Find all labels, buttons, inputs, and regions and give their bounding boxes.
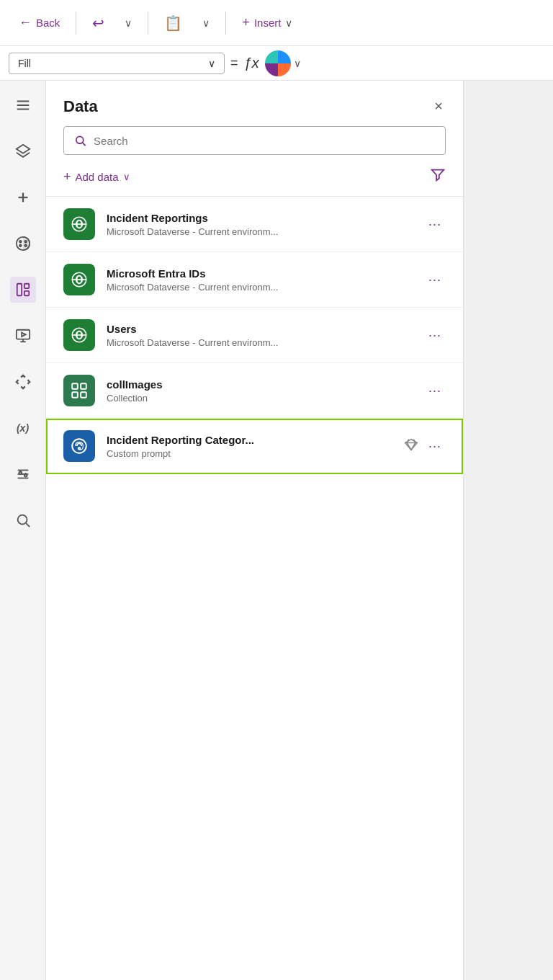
sidebar-item-media[interactable] [10,323,36,349]
svg-rect-39 [72,383,78,389]
divider-2 [148,12,148,35]
item-info-collimages: collImages Collection [107,378,413,404]
item-icon-users [63,319,95,351]
panel-title: Data [63,97,98,116]
undo-button[interactable]: ↩ [85,10,112,36]
back-button[interactable]: ← Back [12,11,67,35]
item-icon-custom-prompt [63,430,95,462]
list-item[interactable]: Microsoft Entra IDs Microsoft Dataverse … [46,252,463,308]
sidebar-item-automate[interactable] [10,369,36,395]
svg-point-23 [24,474,27,477]
add-data-label: Add data [76,171,119,183]
fx-label: ƒx [244,55,259,71]
svg-rect-14 [16,330,29,339]
data-panel: Data × + Add data ∨ [46,81,464,980]
item-actions: ··· [424,326,446,344]
svg-point-10 [24,244,27,246]
svg-rect-11 [17,284,21,296]
variables-icon: (x) [17,422,29,434]
search-icon [74,134,86,147]
sidebar-item-layers[interactable] [10,138,36,164]
sidebar-item-add[interactable] [10,184,36,210]
toolbar: ← Back ↩ ∨ 📋 ∨ + Insert ∨ [0,0,553,46]
list-item[interactable]: Users Microsoft Dataverse - Current envi… [46,308,463,363]
item-subtitle: Microsoft Dataverse - Current environm..… [107,282,413,293]
canvas-area [464,81,553,980]
more-options-button[interactable]: ··· [424,215,446,233]
divider-1 [76,12,76,35]
svg-point-43 [72,439,86,453]
item-icon-incident-reportings [63,208,95,240]
item-subtitle: Microsoft Dataverse - Current environm..… [107,337,413,348]
chevron-down-icon-2: ∨ [202,17,210,29]
sidebar-item-search[interactable] [10,507,36,533]
add-data-button[interactable]: + Add data ∨ [63,166,130,187]
fill-dropdown[interactable]: Fill ∨ [9,53,225,74]
logo-chevron-icon: ∨ [294,58,301,69]
sidebar-item-theme[interactable] [10,231,36,257]
item-icon-entra [63,264,95,295]
back-label: Back [36,17,60,29]
insert-chevron-icon: ∨ [285,17,292,29]
item-info-entra: Microsoft Entra IDs Microsoft Dataverse … [107,267,413,293]
filter-icon[interactable] [430,167,446,187]
svg-marker-29 [432,170,444,181]
svg-line-28 [83,143,86,146]
item-name: Incident Reportings [107,212,413,224]
back-arrow-icon: ← [19,15,32,30]
list-item[interactable]: Incident Reporting Categor... Custom pro… [46,419,463,474]
add-data-row: + Add data ∨ [46,164,463,196]
svg-point-7 [19,241,21,243]
close-button[interactable]: × [431,95,446,117]
item-icon-collimages [63,375,95,406]
sidebar-item-settings[interactable] [10,461,36,487]
dropdown-chevron-icon: ∨ [208,58,215,69]
item-name: collImages [107,378,413,391]
data-list: Incident Reportings Microsoft Dataverse … [46,196,463,980]
divider-3 [225,12,226,35]
add-plus-icon: + [63,169,71,184]
panel-header: Data × [46,81,463,126]
item-info-custom-prompt: Incident Reporting Categor... Custom pro… [107,434,392,459]
app-logo [265,50,291,76]
svg-rect-12 [24,284,28,288]
insert-label: Insert [254,17,282,29]
sidebar-item-data[interactable] [10,277,36,303]
redo-dropdown-button[interactable]: ∨ [117,13,139,33]
item-subtitle: Microsoft Dataverse - Current environm..… [107,226,413,237]
add-data-chevron-icon: ∨ [123,172,130,182]
svg-point-8 [24,241,27,243]
paste-button[interactable]: 📋 [157,10,189,36]
item-subtitle: Custom prompt [107,448,392,459]
more-options-button[interactable]: ··· [424,326,446,344]
item-actions: ··· [404,437,446,455]
list-item[interactable]: collImages Collection ··· [46,363,463,419]
paste-dropdown-button[interactable]: ∨ [195,13,217,33]
svg-marker-3 [16,145,29,153]
search-box [63,126,446,155]
svg-rect-42 [81,392,86,398]
item-info-incident-reportings: Incident Reportings Microsoft Dataverse … [107,212,413,237]
insert-button[interactable]: + Insert ∨ [235,11,300,35]
svg-marker-17 [22,332,26,337]
item-subtitle: Collection [107,393,413,404]
sidebar: (x) [0,81,46,980]
sidebar-item-menu[interactable] [10,92,36,118]
item-actions: ··· [424,215,446,233]
sidebar-item-variables[interactable]: (x) [10,415,36,441]
svg-point-44 [78,447,81,450]
more-options-button[interactable]: ··· [424,437,446,455]
search-input[interactable] [94,135,435,147]
formula-bar: Fill ∨ = ƒx ∨ [0,46,553,81]
svg-rect-40 [81,383,86,389]
svg-marker-45 [405,439,418,450]
more-options-button[interactable]: ··· [424,271,446,289]
fill-label: Fill [18,58,31,69]
equals-sign: = [230,55,238,71]
more-options-button[interactable]: ··· [424,382,446,400]
item-name: Incident Reporting Categor... [107,434,392,446]
diamond-icon [404,437,418,455]
svg-point-9 [19,244,21,246]
svg-rect-41 [72,392,78,398]
list-item[interactable]: Incident Reportings Microsoft Dataverse … [46,197,463,252]
